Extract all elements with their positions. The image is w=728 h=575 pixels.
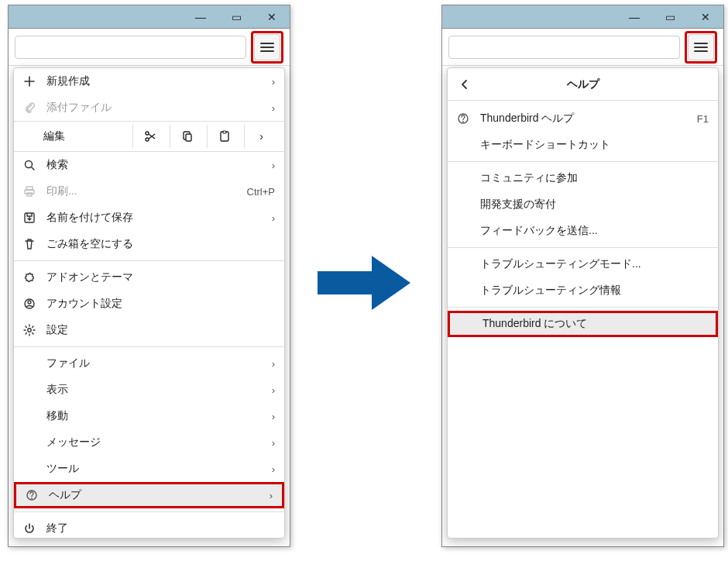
svg-point-24 [462, 121, 464, 122]
menu-search[interactable]: 検索 › [14, 152, 284, 178]
svg-point-9 [26, 161, 33, 168]
chevron-right-icon: › [272, 76, 275, 88]
chevron-right-icon: › [270, 490, 273, 501]
menu-tb-help[interactable]: Thunderbird ヘルプ F1 [448, 105, 718, 132]
edit-more-button[interactable]: › [244, 125, 278, 148]
menu-save-as[interactable]: 名前を付けて保存 › [14, 205, 284, 231]
menu-divider [448, 161, 718, 162]
menu-attach: 添付ファイル › [14, 95, 284, 121]
minimize-button[interactable]: — [616, 5, 652, 29]
menu-empty-trash[interactable]: ごみ箱を空にする [14, 231, 284, 257]
submenu-header: ヘルプ [448, 68, 718, 101]
menu-settings-label: 設定 [46, 323, 275, 337]
svg-rect-12 [27, 193, 32, 196]
minimize-button[interactable]: — [183, 5, 218, 29]
menu-settings[interactable]: 設定 [14, 317, 284, 343]
toolbar [9, 29, 290, 66]
menu-view[interactable]: 表示 › [14, 377, 284, 403]
app-menu-button-highlight [685, 31, 717, 64]
menu-divider [448, 247, 718, 248]
menu-account-label: アカウント設定 [46, 297, 275, 311]
gear-icon [22, 322, 37, 338]
svg-point-4 [146, 132, 149, 135]
copy-icon [181, 130, 194, 143]
menu-feedback-label: フィードバックを送信... [480, 224, 709, 238]
power-icon [22, 521, 37, 536]
help-icon [455, 111, 471, 126]
menu-keyboard-shortcuts[interactable]: キーボードショートカット [448, 132, 718, 158]
copy-button[interactable] [170, 125, 204, 148]
menu-keyboard-label: キーボードショートカット [480, 138, 709, 152]
menu-new-label: 新規作成 [46, 74, 263, 88]
chevron-right-icon: › [272, 358, 275, 370]
close-button[interactable]: ✕ [688, 5, 723, 29]
help-icon [24, 487, 39, 503]
menu-go-label: 移動 [46, 409, 263, 423]
svg-point-3 [146, 138, 149, 141]
svg-point-15 [28, 301, 31, 304]
chevron-right-icon: › [272, 102, 275, 114]
menu-tbhelp-label: Thunderbird ヘルプ [480, 112, 688, 126]
edit-toolbar: 編集 › [14, 121, 284, 152]
chevron-right-icon: › [272, 212, 275, 224]
menu-help-label: ヘルプ [49, 488, 260, 502]
cut-button[interactable] [132, 125, 167, 148]
menu-divider [14, 511, 284, 512]
menu-search-label: 検索 [46, 158, 263, 172]
menu-about-thunderbird[interactable]: Thunderbird について [448, 311, 718, 337]
plus-icon [22, 74, 37, 89]
menu-addons[interactable]: アドオンとテーマ [14, 264, 284, 291]
menu-troubleshoot-info[interactable]: トラブルシューティング情報 [448, 277, 718, 304]
toolbar [442, 29, 723, 66]
menu-feedback[interactable]: フィードバックを送信... [448, 218, 718, 244]
menu-tbhelp-shortcut: F1 [697, 113, 709, 125]
menu-community[interactable]: コミュニティに参加 [448, 165, 718, 191]
account-icon [22, 296, 37, 312]
app-menu-button[interactable] [254, 34, 280, 60]
svg-rect-8 [223, 131, 226, 133]
paste-button[interactable] [207, 125, 241, 148]
menu-divider [14, 260, 284, 261]
menu-message[interactable]: メッセージ › [14, 429, 284, 456]
menu-file[interactable]: ファイル › [14, 350, 284, 377]
save-icon [22, 210, 37, 226]
menu-tools[interactable]: ツール › [14, 456, 284, 482]
menu-tsmode-label: トラブルシューティングモード... [480, 257, 709, 271]
menu-account-settings[interactable]: アカウント設定 [14, 291, 284, 317]
thunderbird-window-left: — ▭ ✕ 新規作成 › 添付ファイル [8, 5, 290, 547]
titlebar: — ▭ ✕ [9, 5, 290, 29]
svg-point-16 [28, 329, 31, 332]
maximize-button[interactable]: ▭ [218, 5, 254, 29]
chevron-right-icon: › [272, 463, 275, 475]
menu-donate[interactable]: 開発支援の寄付 [448, 191, 718, 218]
app-menu-button-highlight [251, 31, 283, 64]
menu-tsinfo-label: トラブルシューティング情報 [480, 284, 709, 298]
menu-community-label: コミュニティに参加 [480, 171, 709, 185]
svg-point-18 [31, 498, 33, 499]
search-box[interactable] [15, 36, 246, 59]
maximize-button[interactable]: ▭ [652, 5, 688, 29]
search-box[interactable] [448, 36, 680, 59]
menu-print: 印刷... Ctrl+P [14, 178, 284, 205]
menu-go[interactable]: 移動 › [14, 403, 284, 429]
menu-help[interactable]: ヘルプ › [14, 482, 284, 508]
menu-new[interactable]: 新規作成 › [14, 68, 284, 95]
clipboard-icon [218, 130, 231, 143]
menu-print-shortcut: Ctrl+P [247, 186, 275, 198]
menu-tools-label: ツール [46, 462, 263, 476]
back-button[interactable] [455, 75, 474, 94]
transition-arrow-icon [318, 256, 410, 310]
menu-print-label: 印刷... [46, 184, 238, 198]
submenu-title: ヘルプ [567, 77, 599, 91]
close-button[interactable]: ✕ [254, 5, 290, 29]
menu-quit-label: 終了 [46, 522, 275, 535]
menu-troubleshoot-mode[interactable]: トラブルシューティングモード... [448, 251, 718, 277]
app-menu-button[interactable] [688, 34, 714, 60]
menu-divider [14, 346, 284, 347]
thunderbird-window-right: — ▭ ✕ ヘルプ Thunderbi [441, 5, 724, 547]
chevron-right-icon: › [272, 160, 275, 171]
menu-quit[interactable]: 終了 [14, 515, 284, 539]
titlebar: — ▭ ✕ [442, 5, 723, 29]
printer-icon [22, 184, 37, 199]
puzzle-icon [22, 270, 37, 285]
